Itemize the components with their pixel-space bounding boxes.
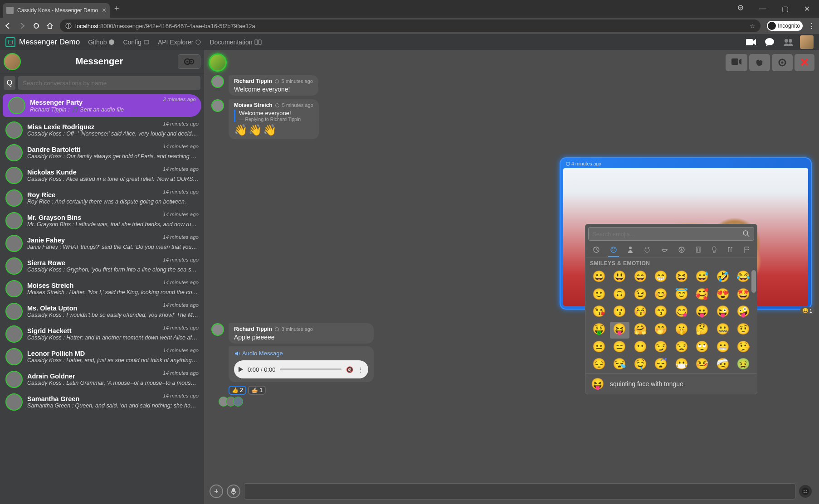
chat-settings-button[interactable] — [772, 54, 793, 71]
emoji-item[interactable]: 😴 — [651, 357, 671, 373]
conversation-item[interactable]: Sigrid HackettCassidy Koss : Hatter: and… — [0, 323, 204, 345]
tab-travel[interactable] — [693, 243, 703, 257]
reaction-chip[interactable]: 🥧 1 — [248, 386, 266, 395]
emoji-item[interactable]: 😐 — [589, 339, 609, 356]
conversation-item[interactable]: Messenger PartyRichard Tippin : 🎵 Sent a… — [3, 94, 201, 117]
back-button[interactable] — [4, 22, 12, 30]
emoji-item[interactable]: 🤗 — [630, 322, 650, 339]
volume-icon[interactable]: 🔇 — [346, 366, 353, 373]
emoji-item[interactable]: 🙃 — [610, 287, 630, 304]
emoji-item[interactable]: 😉 — [630, 287, 650, 304]
search-icon[interactable]: Q — [4, 76, 15, 90]
emoji-item[interactable]: 😜 — [713, 304, 733, 321]
reload-button[interactable] — [33, 22, 40, 29]
conversation-item[interactable]: Roy RiceRoy Rice : And certainly there w… — [0, 187, 204, 209]
tab-animals[interactable] — [642, 243, 653, 257]
emoji-item[interactable]: 🙂 — [589, 287, 609, 304]
emoji-item[interactable]: 😄 — [630, 269, 650, 286]
tab-activities[interactable] — [676, 243, 687, 257]
tab-objects[interactable] — [710, 243, 719, 257]
app-logo[interactable]: Messenger Demo — [5, 37, 80, 47]
mic-button[interactable] — [227, 485, 240, 498]
conversation-item[interactable]: Leonor Pollich MDCassidy Koss : Hatter, … — [0, 345, 204, 368]
emoji-item[interactable]: 🤕 — [713, 357, 733, 373]
emoji-picker-button[interactable] — [799, 485, 812, 498]
close-chat-button[interactable] — [795, 54, 814, 71]
user-avatar-menu[interactable] — [800, 35, 814, 49]
emoji-item[interactable]: 😗 — [610, 304, 630, 321]
video-toggle[interactable] — [744, 36, 758, 48]
emoji-item[interactable]: 🥰 — [692, 287, 712, 304]
conversation-item[interactable]: Moises StreichMoises Streich : Hatter. '… — [0, 277, 204, 300]
reaction-chip[interactable]: 👍 2 — [229, 386, 246, 395]
message-avatar[interactable] — [211, 99, 224, 112]
emoji-item[interactable]: 😂 — [734, 269, 754, 286]
emoji-item[interactable]: 😶 — [630, 339, 650, 356]
conversation-item[interactable]: Adrain GoldnerCassidy Koss : Latin Gramm… — [0, 368, 204, 391]
conversation-item[interactable]: Dandre BartolettiCassidy Koss : Our fami… — [0, 141, 204, 164]
search-input[interactable] — [18, 76, 200, 90]
emoji-item[interactable]: 🤢 — [734, 357, 754, 373]
emoji-scrollbar[interactable] — [751, 270, 756, 293]
home-button[interactable] — [46, 22, 54, 29]
minimize-button[interactable]: — — [756, 3, 770, 15]
browser-tab[interactable]: Cassidy Koss - Messenger Demo × — [3, 3, 110, 18]
emoji-item[interactable]: 🤒 — [692, 357, 712, 373]
reaction-badge[interactable]: 😀1 — [800, 307, 814, 314]
message-avatar[interactable] — [211, 75, 224, 88]
audio-link[interactable]: Audio Message — [234, 350, 368, 357]
emoji-item[interactable]: 🤔 — [692, 322, 712, 339]
emoji-item[interactable]: 🤫 — [672, 322, 692, 339]
tab-flags[interactable] — [741, 243, 751, 257]
api-link[interactable]: API Explorer — [158, 39, 202, 46]
self-avatar[interactable] — [4, 53, 21, 70]
emoji-item[interactable]: 😝 — [610, 322, 630, 339]
conversation-item[interactable]: Sierra RoweCassidy Koss : Gryphon, 'you … — [0, 255, 204, 277]
conversation-list[interactable]: Messenger PartyRichard Tippin : 🎵 Sent a… — [0, 92, 204, 504]
settings-button[interactable] — [178, 54, 200, 69]
audio-track[interactable] — [280, 368, 341, 370]
emoji-item[interactable]: 😙 — [651, 304, 671, 321]
conversation-item[interactable]: Miss Lexie RodriguezCassidy Koss : Off--… — [0, 119, 204, 141]
wave-button[interactable] — [749, 54, 770, 71]
close-window-button[interactable]: ✕ — [800, 3, 814, 15]
message-avatar[interactable] — [211, 323, 224, 336]
emoji-item[interactable]: 😇 — [672, 287, 692, 304]
emoji-item[interactable]: 😬 — [713, 339, 733, 356]
emoji-item[interactable]: 🤤 — [630, 357, 650, 373]
emoji-item[interactable]: 🤩 — [734, 287, 754, 304]
add-attachment-button[interactable]: + — [210, 485, 223, 498]
tab-food[interactable] — [659, 243, 670, 257]
emoji-item[interactable]: 😊 — [651, 287, 671, 304]
play-button[interactable] — [239, 367, 243, 372]
conversation-item[interactable]: Samantha GreenSamantha Green : Queen, an… — [0, 391, 204, 413]
emoji-item[interactable]: 😅 — [692, 269, 712, 286]
message-bubble[interactable]: Richard Tippin5 minutes ago Welcome ever… — [229, 75, 318, 96]
conversation-item[interactable]: Ms. Oleta UptonCassidy Koss : I wouldn't… — [0, 300, 204, 323]
message-bubble[interactable]: Moises Streich5 minutes ago Welcome ever… — [229, 99, 319, 139]
emoji-item[interactable]: 😚 — [630, 304, 650, 321]
emoji-item[interactable]: 😑 — [610, 339, 630, 356]
emoji-item[interactable]: 🤪 — [734, 304, 754, 321]
conversation-item[interactable]: Mr. Grayson BinsMr. Grayson Bins : Latit… — [0, 209, 204, 232]
config-link[interactable]: Config — [123, 39, 149, 46]
emoji-item[interactable]: 😃 — [610, 269, 630, 286]
forward-button[interactable] — [18, 22, 26, 30]
browser-menu-icon[interactable]: ⋮ — [808, 22, 815, 30]
docs-link[interactable]: Documentation — [210, 39, 261, 46]
github-link[interactable]: Github — [88, 39, 115, 46]
emoji-item[interactable]: 😏 — [651, 339, 671, 356]
emoji-item[interactable]: 🤣 — [713, 269, 733, 286]
star-icon[interactable]: ☆ — [750, 23, 755, 29]
emoji-item[interactable]: 😒 — [672, 339, 692, 356]
tab-symbols[interactable] — [725, 243, 735, 257]
emoji-item[interactable]: 🙄 — [692, 339, 712, 356]
video-call-button[interactable] — [726, 54, 747, 71]
emoji-search[interactable] — [588, 227, 754, 241]
tab-people[interactable] — [625, 243, 635, 257]
emoji-item[interactable]: 😷 — [672, 357, 692, 373]
emoji-item[interactable]: 🤑 — [589, 322, 609, 339]
maximize-button[interactable]: ▢ — [778, 3, 792, 15]
emoji-item[interactable]: 😋 — [672, 304, 692, 321]
message-bubble[interactable]: Richard Tippin3 minutes ago Apple pieeee… — [229, 323, 374, 344]
